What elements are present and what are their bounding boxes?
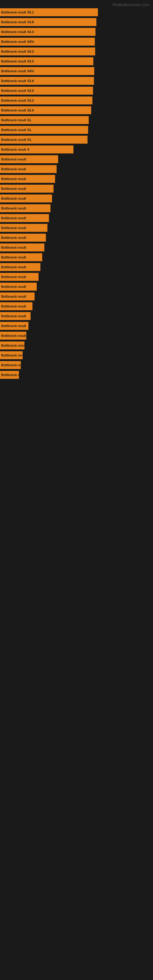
- bar-row: Bottleneck result: [0, 371, 153, 379]
- bar-row: Bottleneck result53.9: [0, 77, 153, 85]
- bar-row: Bottleneck result: [0, 351, 153, 359]
- bars-container: Bottleneck result55.1Bottleneck result54…: [0, 8, 153, 379]
- bar-row: Bottleneck result54%: [0, 67, 153, 75]
- bar-row: Bottleneck result54.8: [0, 18, 153, 26]
- bar-row: Bottleneck result51.: [0, 116, 153, 124]
- bar-label: Bottleneck result: [1, 246, 26, 249]
- bar-item: Bottleneck result54.8: [0, 18, 96, 26]
- bar-row: Bottleneck result: [0, 224, 153, 232]
- bar-value: 51.: [27, 118, 32, 122]
- bar-row: Bottleneck result51.: [0, 136, 153, 144]
- bar-row: Bottleneck result: [0, 165, 153, 173]
- bar-item: Bottleneck result53.5: [0, 57, 93, 65]
- bar-value: 51.: [27, 138, 32, 142]
- bar-item: Bottleneck result55.1: [0, 8, 98, 16]
- bar-label: Bottleneck result: [1, 70, 26, 73]
- bar-value: 55.1: [27, 10, 33, 14]
- bar-label: Bottleneck result: [1, 354, 26, 357]
- bar-item: Bottleneck result51.: [0, 116, 89, 124]
- bar-value: 51.: [27, 128, 32, 132]
- bar-item: Bottleneck result51.: [0, 136, 88, 144]
- bar-row: Bottleneck result: [0, 332, 153, 340]
- bar-item: Bottleneck result: [0, 371, 19, 379]
- bar-row: Bottleneck result: [0, 342, 153, 350]
- bar-label: Bottleneck result: [1, 177, 26, 181]
- bar-label: Bottleneck result: [1, 266, 26, 269]
- bar-value: 53.2: [27, 99, 33, 102]
- bar-item: Bottleneck result53.5: [0, 87, 93, 95]
- bar-row: Bottleneck result: [0, 234, 153, 242]
- bar-value: 53.5: [27, 89, 33, 92]
- bar-label: Bottleneck result: [1, 21, 26, 24]
- bar-row: Bottleneck result: [0, 312, 153, 320]
- bar-label: Bottleneck result: [1, 79, 26, 83]
- bar-row: Bottleneck result53.2: [0, 97, 153, 105]
- bar-row: Bottleneck result: [0, 175, 153, 183]
- bar-label: Bottleneck result: [1, 226, 26, 230]
- bar-value: 4: [27, 148, 29, 151]
- bar-label: Bottleneck result: [1, 148, 26, 151]
- bar-item: Bottleneck result: [0, 332, 26, 340]
- bar-label: Bottleneck result: [1, 334, 26, 337]
- bar-label: Bottleneck result: [1, 11, 26, 14]
- bar-row: Bottleneck result: [0, 214, 153, 222]
- bar-value: 53.5: [27, 59, 33, 63]
- bar-row: Bottleneck result: [0, 283, 153, 291]
- bar-value: 54%: [27, 69, 34, 73]
- bar-item: Bottleneck result: [0, 204, 51, 212]
- bar-item: Bottleneck result: [0, 253, 42, 261]
- bar-row: Bottleneck result: [0, 361, 153, 369]
- bar-item: Bottleneck result: [0, 312, 30, 320]
- bar-label: Bottleneck result: [1, 295, 26, 298]
- bar-item: Bottleneck result: [0, 165, 57, 173]
- bar-item: Bottleneck result: [0, 155, 58, 163]
- bar-item: Bottleneck result: [0, 293, 35, 301]
- bar-label: Bottleneck result: [1, 128, 26, 132]
- bar-label: Bottleneck result: [1, 256, 26, 259]
- bar-item: Bottleneck result: [0, 351, 22, 359]
- bar-item: Bottleneck result51.: [0, 126, 88, 134]
- bar-item: Bottleneck result54.2: [0, 48, 95, 56]
- bar-label: Bottleneck result: [1, 305, 26, 308]
- bar-item: Bottleneck result: [0, 283, 37, 291]
- bar-label: Bottleneck result: [1, 138, 26, 142]
- bar-value: 54.2: [27, 49, 33, 53]
- bar-label: Bottleneck result: [1, 158, 26, 161]
- bar-label: Bottleneck result: [1, 344, 26, 347]
- bar-item: Bottleneck result: [0, 185, 54, 192]
- bar-item: Bottleneck result: [0, 361, 21, 369]
- bar-label: Bottleneck result: [1, 197, 26, 200]
- bar-row: Bottleneck result: [0, 204, 153, 212]
- bar-row: Bottleneck result52.6: [0, 106, 153, 114]
- bar-item: Bottleneck result: [0, 214, 49, 222]
- bar-item: Bottleneck result: [0, 243, 45, 251]
- bar-label: Bottleneck result: [1, 324, 26, 328]
- bar-label: Bottleneck result: [1, 216, 26, 220]
- bar-label: Bottleneck result: [1, 99, 26, 102]
- bar-label: Bottleneck result: [1, 119, 26, 122]
- bar-row: Bottleneck result: [0, 302, 153, 310]
- site-title: TheBottlenecker.com: [0, 0, 153, 8]
- bar-item: Bottleneck result4: [0, 145, 73, 153]
- bar-item: Bottleneck result: [0, 342, 24, 350]
- bar-item: Bottleneck result: [0, 273, 38, 281]
- bar-row: Bottleneck result54%: [0, 38, 153, 46]
- bar-label: Bottleneck result: [1, 364, 26, 367]
- bar-item: Bottleneck result: [0, 224, 48, 232]
- bar-value: 53.9: [27, 79, 33, 83]
- bar-row: Bottleneck result: [0, 155, 153, 163]
- bar-row: Bottleneck result: [0, 322, 153, 330]
- bar-row: Bottleneck result53.5: [0, 87, 153, 95]
- bar-value: 54.4: [27, 30, 33, 34]
- bar-row: Bottleneck result51.: [0, 126, 153, 134]
- bar-label: Bottleneck result: [1, 40, 26, 43]
- bar-item: Bottleneck result: [0, 234, 46, 242]
- bar-label: Bottleneck result: [1, 207, 26, 210]
- bar-item: Bottleneck result: [0, 194, 52, 202]
- bar-item: Bottleneck result54%: [0, 67, 94, 75]
- bar-value: 54%: [27, 40, 34, 43]
- bar-item: Bottleneck result: [0, 263, 40, 271]
- bar-item: Bottleneck result54.4: [0, 28, 96, 36]
- bar-row: Bottleneck result: [0, 263, 153, 271]
- bar-label: Bottleneck result: [1, 315, 26, 318]
